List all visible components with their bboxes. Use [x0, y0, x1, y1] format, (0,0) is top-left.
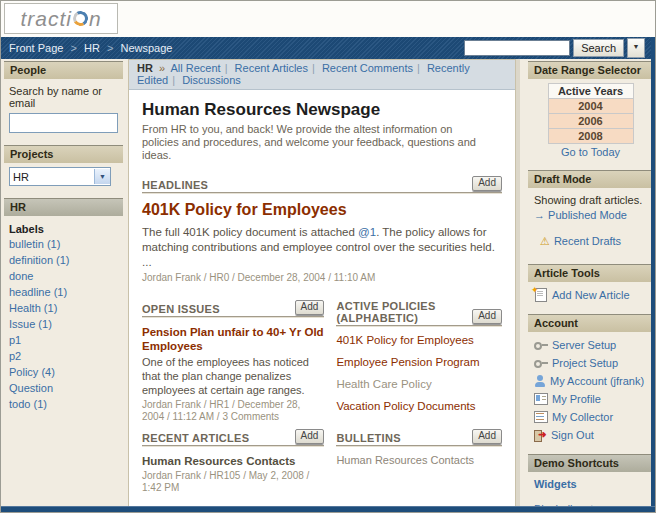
new-document-icon: ✦ — [535, 288, 547, 302]
policy-link-health-care[interactable]: Health Care Policy — [336, 378, 502, 390]
label-link-p2[interactable]: p2 — [4, 349, 123, 365]
search-options-dropdown-button[interactable]: ▼ — [627, 38, 645, 58]
project-select[interactable]: HR ▼ — [9, 167, 111, 186]
label-link-p1[interactable]: p1 — [4, 333, 123, 349]
nav-project: HR — [137, 62, 153, 74]
search-area: Search ▼ — [464, 38, 655, 58]
label-link-bulletin[interactable]: bulletin (1) — [4, 237, 123, 253]
nav-link-all-recent[interactable]: All Recent — [171, 62, 221, 74]
labels-title: Labels — [4, 220, 123, 237]
people-section-header: People — [4, 61, 123, 79]
sign-out-link[interactable]: Sign Out — [551, 428, 594, 442]
main-content-panel: HR » All Recent| Recent Articles| Recent… — [128, 59, 516, 507]
key-icon — [534, 340, 548, 350]
add-issue-button[interactable]: Add — [295, 300, 325, 315]
server-setup-link[interactable]: Server Setup — [552, 338, 616, 352]
nav-link-recent-articles[interactable]: Recent Articles — [235, 62, 308, 74]
breadcrumb-separator: > — [107, 42, 113, 54]
published-mode-link[interactable]: → Published Mode — [534, 209, 627, 221]
open-issues-title: OPEN ISSUES — [142, 303, 220, 315]
projects-section-header: Projects — [4, 145, 123, 163]
headline-article: 401K Policy for Employees The full 401K … — [142, 201, 502, 284]
footer-bar — [1, 506, 655, 512]
active-years-table: Active Years 2004 2006 2008 — [548, 83, 634, 144]
article-byline: Jordan Frank / HR0 / December 28, 2004 /… — [142, 272, 502, 284]
search-button[interactable]: Search — [573, 39, 624, 57]
draft-mode-header: Draft Mode — [528, 170, 653, 188]
breadcrumb-separator: > — [70, 42, 76, 54]
breadcrumb-hr[interactable]: HR — [84, 42, 100, 54]
active-years-header: Active Years — [548, 84, 633, 99]
add-headline-button[interactable]: Add — [472, 176, 502, 191]
search-input[interactable] — [464, 40, 570, 56]
article-body: The full 401K policy document is attache… — [142, 225, 502, 270]
breadcrumb: Front Page > HR > Newspage — [1, 42, 464, 54]
article-title[interactable]: 401K Policy for Employees — [142, 201, 502, 219]
year-2004-cell[interactable]: 2004 — [548, 99, 633, 114]
article-byline: Jordan Frank / HR1 / December 28, 2004 /… — [142, 399, 324, 423]
demo-shortcuts-header: Demo Shortcuts — [528, 454, 653, 472]
right-sidebar: Date Range Selector Active Years 2004 20… — [528, 61, 653, 513]
traction-logo-o-icon — [71, 9, 89, 27]
year-2008-cell[interactable]: 2008 — [548, 129, 633, 144]
label-link-done[interactable]: done — [4, 269, 123, 285]
add-bulletin-button[interactable]: Add — [472, 429, 502, 444]
collector-icon — [534, 411, 548, 423]
account-header: Account — [528, 314, 653, 332]
recent-article-item: Human Resources Contacts Jordan Frank / … — [142, 454, 324, 494]
traction-logo[interactable]: tractin — [4, 3, 118, 34]
hr-section-header: HR — [4, 198, 123, 216]
people-search-input[interactable] — [9, 113, 118, 133]
date-range-selector-header: Date Range Selector — [528, 61, 653, 79]
headlines-section-header: HEADLINES Add — [142, 176, 502, 193]
attachment-link[interactable]: @1 — [358, 226, 376, 238]
people-search-label: Search by name or email — [4, 83, 123, 112]
label-link-headline[interactable]: headline (1) — [4, 285, 123, 301]
nav-link-recent-comments[interactable]: Recent Comments — [322, 62, 413, 74]
project-setup-link[interactable]: Project Setup — [552, 356, 618, 370]
add-policy-button[interactable]: Add — [472, 309, 502, 324]
label-link-definition[interactable]: definition (1) — [4, 253, 123, 269]
label-link-question[interactable]: Question — [4, 381, 123, 397]
recent-drafts-link[interactable]: Recent Drafts — [554, 234, 621, 248]
key-icon — [534, 358, 548, 368]
label-link-issue[interactable]: Issue (1) — [4, 317, 123, 333]
article-title[interactable]: Human Resources Contacts — [142, 454, 324, 468]
my-collector-link[interactable]: My Collector — [552, 410, 613, 424]
my-profile-link[interactable]: My Profile — [552, 392, 601, 406]
window-right-edge — [651, 37, 655, 512]
page-description: From HR to you, and back! We provide the… — [142, 123, 488, 162]
recent-articles-title: RECENT ARTICLES — [142, 432, 249, 444]
breadcrumb-front-page[interactable]: Front Page — [9, 42, 63, 54]
policy-link-vacation[interactable]: Vacation Policy Documents — [336, 400, 502, 412]
page-title: Human Resources Newspage — [142, 100, 502, 120]
left-sidebar: People Search by name or email Projects … — [4, 61, 123, 413]
logo-text-right: n — [89, 7, 102, 30]
logo-text-left: tracti — [20, 7, 72, 30]
label-link-health[interactable]: Health (1) — [4, 301, 123, 317]
project-select-value: HR — [10, 171, 94, 183]
breadcrumb-bar: Front Page > HR > Newspage Search ▼ — [1, 37, 655, 59]
bulletin-item[interactable]: Human Resources Contacts — [336, 454, 502, 466]
breadcrumb-newspage[interactable]: Newspage — [120, 42, 172, 54]
go-to-today-link[interactable]: Go to Today — [528, 146, 653, 158]
top-header: tractin — [1, 1, 655, 37]
add-article-button[interactable]: Add — [295, 429, 325, 444]
label-link-todo[interactable]: todo (1) — [4, 397, 123, 413]
headlines-title: HEADLINES — [142, 179, 208, 191]
nav-link-discussions[interactable]: Discussions — [182, 74, 241, 86]
add-new-article-link[interactable]: Add New Article — [552, 288, 630, 302]
active-policies-section-header: ACTIVE POLICIES (ALPHABETIC) Add — [336, 300, 502, 326]
my-account-link[interactable]: My Account (jfrank) — [550, 374, 644, 388]
label-link-policy[interactable]: Policy (4) — [4, 365, 123, 381]
nav-separator: » — [159, 62, 165, 74]
profile-card-icon — [534, 393, 548, 405]
widgets-link[interactable]: Widgets — [534, 478, 577, 490]
year-2006-cell[interactable]: 2006 — [548, 114, 633, 129]
article-byline: Jordan Frank / HR105 / May 2, 2008 / 1:4… — [142, 470, 324, 494]
policy-link-401k[interactable]: 401K Policy for Employees — [336, 334, 502, 346]
article-tools-header: Article Tools — [528, 264, 653, 282]
sign-out-icon: ➜ — [534, 430, 547, 441]
article-title[interactable]: Pension Plan unfair to 40+ Yr Old Employ… — [142, 325, 324, 353]
policy-link-pension[interactable]: Employee Pension Program — [336, 356, 502, 368]
